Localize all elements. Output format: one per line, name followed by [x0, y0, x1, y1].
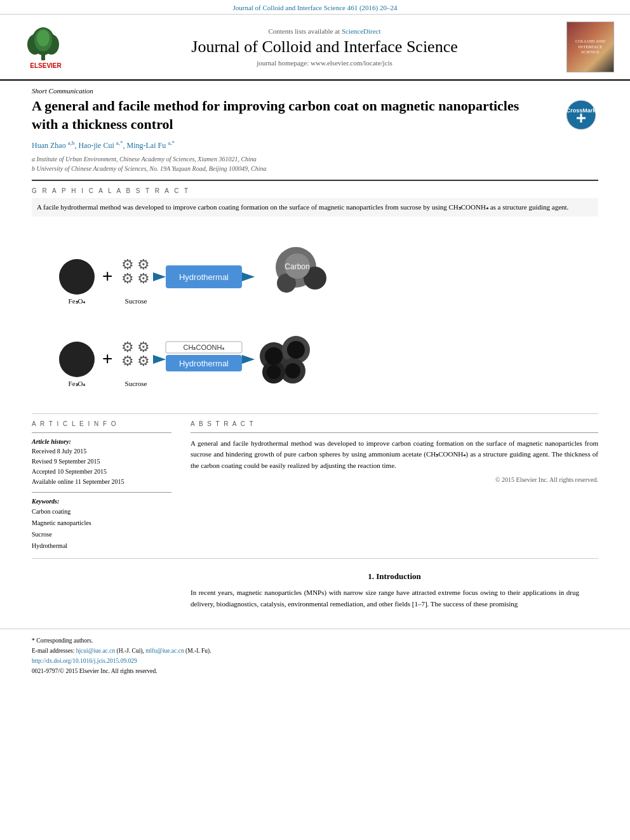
accepted-date: Accepted 10 September 2015: [32, 467, 171, 477]
svg-text:⚙: ⚙: [137, 353, 150, 369]
article-history: Article history: Received 8 July 2015 Re…: [32, 438, 171, 487]
authors-line: Huan Zhao a,b, Hao-jie Cui a,*, Ming-Lai…: [32, 140, 598, 150]
available-date: Available online 11 September 2015: [32, 477, 171, 487]
svg-text:Hydrothermal: Hydrothermal: [179, 272, 229, 282]
svg-text:⚙: ⚙: [121, 353, 134, 369]
affiliation-a: a Institute of Urban Environment, Chines…: [32, 154, 598, 164]
issn-line: 0021-9797/© 2015 Elsevier Inc. All right…: [32, 666, 211, 676]
journal-header: ELSEVIER Contents lists available at Sci…: [0, 15, 630, 81]
sciencedirect-link[interactable]: ScienceDirect: [342, 27, 381, 35]
section-divider: [32, 180, 598, 181]
svg-text:Hydrothermal: Hydrothermal: [179, 359, 229, 368]
svg-text:Sucrose: Sucrose: [125, 297, 147, 305]
svg-text:+: +: [102, 349, 112, 368]
svg-point-46: [265, 347, 283, 365]
keywords-section: Keywords: Carbon coating Magnetic nanopa…: [32, 498, 171, 552]
journal-cover-image: COLLOID ANDINTERFACESCIENCE: [566, 22, 617, 72]
footer: * Corresponding authors. E-mail addresse…: [0, 629, 630, 683]
reaction-diagram: + ⚙ ⚙ ⚙ ⚙ Hydrothermal: [32, 232, 598, 397]
intro-right-content: 1. Introduction In recent years, magneti…: [191, 571, 598, 610]
article-info-header: A R T I C L E I N F O: [32, 420, 171, 427]
keyword-1: Carbon coating: [32, 506, 171, 517]
email-line: E-mail addresses: hjcui@iue.ac.cn (H.-J.…: [32, 646, 211, 656]
article-info-column: A R T I C L E I N F O Article history: R…: [32, 420, 171, 552]
email-hj[interactable]: hjcui@iue.ac.cn: [76, 648, 116, 654]
doi-line: http://dx.doi.org/10.1016/j.jcis.2015.09…: [32, 656, 211, 666]
svg-text:ELSEVIER: ELSEVIER: [30, 62, 62, 69]
affiliation-b: b University of Chinese Academy of Scien…: [32, 164, 598, 173]
abstract-column: A B S T R A C T A general and facile hyd…: [191, 420, 598, 552]
abstract-divider: [191, 432, 598, 433]
crossmark-badge[interactable]: CrossMark: [563, 97, 598, 132]
copyright-text: © 2015 Elsevier Inc. All rights reserved…: [191, 476, 598, 483]
doi-link[interactable]: http://dx.doi.org/10.1016/j.jcis.2015.09…: [32, 658, 137, 664]
intro-title: 1. Introduction: [191, 571, 598, 582]
sciencedirect-label: Contents lists available at ScienceDirec…: [83, 27, 566, 35]
cover-label: COLLOID ANDINTERFACESCIENCE: [573, 36, 608, 57]
section-type-label: Short Communication: [32, 81, 598, 97]
received-date: Received 8 July 2015: [32, 446, 171, 457]
intro-left-spacer: [32, 571, 171, 610]
svg-text:Fe₃O₄: Fe₃O₄: [69, 297, 86, 305]
svg-text:Fe₃O₄: Fe₃O₄: [69, 380, 86, 387]
introduction-section: 1. Introduction In recent years, magneti…: [32, 571, 598, 610]
graphical-abstract-text: A facile hydrothermal method was develop…: [32, 198, 598, 217]
journal-title-area: Contents lists available at ScienceDirec…: [83, 27, 566, 67]
keyword-2: Magnetic nanoparticles: [32, 517, 171, 529]
svg-text:⚙: ⚙: [137, 270, 150, 286]
two-col-divider: [32, 413, 598, 414]
keywords-label: Keywords:: [32, 498, 171, 505]
article-info-abstract: A R T I C L E I N F O Article history: R…: [32, 420, 598, 552]
svg-point-12: [59, 259, 95, 295]
crossmark-icon: CrossMark: [565, 99, 597, 131]
keyword-4: Hydrothermal: [32, 540, 171, 552]
journal-citation-bar: Journal of Colloid and Interface Science…: [0, 0, 630, 15]
intro-layout: 1. Introduction In recent years, magneti…: [32, 571, 598, 610]
graphical-diagram: + ⚙ ⚙ ⚙ ⚙ Hydrothermal: [32, 226, 598, 404]
keywords-divider: [32, 492, 171, 493]
paper-content: Short Communication A general and facile…: [0, 81, 630, 610]
svg-text:+: +: [102, 266, 112, 286]
elsevier-logo-icon: ELSEVIER: [13, 21, 79, 70]
svg-text:CrossMark: CrossMark: [566, 107, 596, 114]
title-area: A general and facile method for improvin…: [32, 97, 598, 133]
corresponding-label: * Corresponding authors.: [32, 636, 211, 646]
intro-paragraph: In recent years, magnetic nanoparticles …: [191, 587, 598, 610]
abstract-header: A B S T R A C T: [191, 420, 598, 427]
affiliations: a Institute of Urban Environment, Chines…: [32, 154, 598, 173]
svg-text:Sucrose: Sucrose: [125, 380, 147, 387]
svg-point-47: [287, 341, 305, 359]
history-label: Article history:: [32, 438, 171, 445]
svg-point-6: [37, 30, 50, 46]
graphical-abstract-header: G R A P H I C A L A B S T R A C T: [32, 187, 598, 194]
keyword-3: Sucrose: [32, 529, 171, 540]
svg-text:CH₃COONH₄: CH₃COONH₄: [184, 343, 225, 351]
elsevier-logo-area: ELSEVIER: [13, 21, 83, 73]
svg-point-30: [59, 342, 95, 377]
svg-point-49: [267, 365, 281, 379]
svg-text:Carbon: Carbon: [285, 262, 309, 271]
svg-text:⚙: ⚙: [121, 270, 134, 286]
journal-homepage: journal homepage: www.elsevier.com/locat…: [83, 59, 566, 67]
footer-left: * Corresponding authors. E-mail addresse…: [32, 636, 211, 677]
journal-title: Journal of Colloid and Interface Science: [83, 37, 566, 57]
intro-divider: [32, 558, 598, 559]
email-ml[interactable]: mlfu@iue.ac.cn: [145, 648, 184, 654]
svg-point-48: [285, 363, 300, 378]
cover-thumbnail: COLLOID ANDINTERFACESCIENCE: [566, 22, 614, 72]
paper-title: A general and facile method for improvin…: [32, 97, 598, 133]
citation-text: Journal of Colloid and Interface Science…: [232, 4, 397, 11]
abstract-text: A general and facile hydrothermal method…: [191, 438, 598, 472]
info-divider: [32, 432, 171, 433]
revised-date: Revised 9 September 2015: [32, 457, 171, 467]
